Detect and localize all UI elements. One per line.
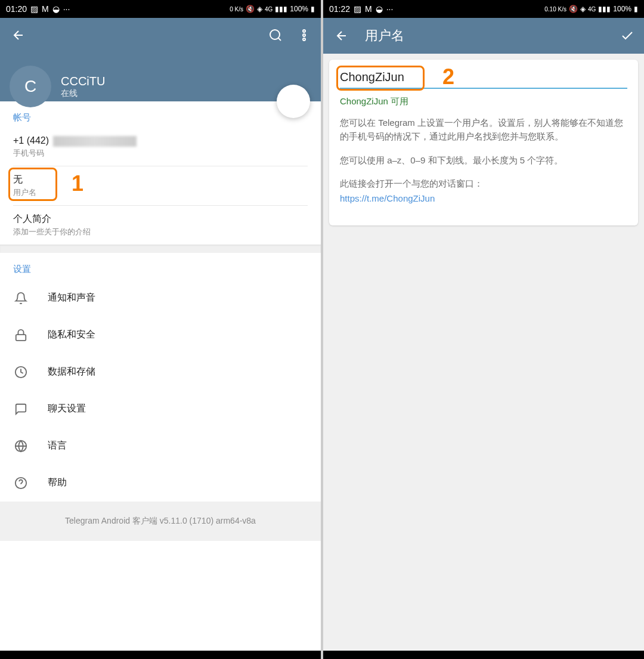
profile-name: CCCiTU: [61, 75, 105, 88]
more-icon: ···: [63, 4, 70, 14]
confirm-button[interactable]: [620, 29, 634, 43]
image-icon: ▨: [354, 4, 361, 14]
mute-icon: 🔇: [246, 5, 255, 13]
phone-value: +1 (442): [13, 135, 308, 147]
username-item[interactable]: 无 用户名 1: [0, 166, 321, 205]
section-gap: [0, 245, 321, 253]
battery-icon: ▮: [634, 5, 638, 13]
settings-notifications[interactable]: 通知和声音: [0, 280, 321, 317]
settings-section-label: 设置: [0, 253, 321, 280]
username-sub: 用户名: [13, 187, 308, 198]
username-status: ChongZiJun 可用: [340, 96, 627, 107]
nav-bar: [0, 651, 321, 659]
settings-privacy[interactable]: 隐私和安全: [0, 317, 321, 354]
help-text-3: 此链接会打开一个与您的对话窗口：: [340, 177, 627, 190]
username-card: 2 ChongZiJun 可用 您可以在 Telegram 上设置一个用户名。设…: [329, 60, 638, 225]
chat-icon: [13, 401, 29, 417]
signal-icon: 4G: [265, 6, 273, 13]
image-icon: ▨: [30, 4, 38, 14]
svg-point-0: [270, 30, 280, 39]
bell-icon: [13, 290, 29, 306]
phone-item[interactable]: +1 (442) 手机号码: [0, 128, 321, 166]
back-button[interactable]: [333, 27, 351, 45]
header-title: 用户名: [365, 27, 404, 45]
footer-text: Telegram Android 客户端 v5.11.0 (1710) arm6…: [0, 502, 321, 541]
status-bar: 01:20 ▨ M ◒ ··· 0 K/s 🔇 ◈ 4G ▮▮▮ 100% ▮: [0, 0, 321, 18]
battery-icon: ▮: [311, 5, 315, 13]
phone-sub: 手机号码: [13, 148, 308, 159]
data-icon: [13, 364, 29, 380]
signal-bars-icon: ▮▮▮: [598, 5, 611, 13]
chat-bubble-icon: ◒: [52, 4, 60, 14]
camera-button[interactable]: [277, 85, 310, 118]
phone-redacted: [53, 136, 137, 147]
speed-indicator: 0 K/s: [230, 6, 243, 13]
help-text-1: 您可以在 Telegram 上设置一个用户名。设置后，别人将能够在不知道您的手机…: [340, 116, 627, 144]
avatar[interactable]: C: [10, 66, 51, 107]
username-header: 用户名: [323, 18, 644, 54]
content-area: 帐号 +1 (442) 手机号码 无 用户名 1 个人简介 添加一些关于你的介绍…: [0, 101, 321, 651]
nav-bar: [323, 651, 644, 659]
svg-point-4: [291, 100, 296, 104]
username-link[interactable]: https://t.me/ChongZiJun: [340, 191, 627, 205]
mute-icon: 🔇: [569, 5, 578, 13]
right-screen: 01:22 ▨ M ◒ ··· 0.10 K/s 🔇 ◈ 4G ▮▮▮ 100%…: [323, 0, 644, 659]
more-icon: ···: [386, 4, 394, 14]
status-time: 01:20: [6, 4, 27, 14]
left-screen: 01:20 ▨ M ◒ ··· 0 K/s 🔇 ◈ 4G ▮▮▮ 100% ▮: [0, 0, 321, 659]
bio-sub: 添加一些关于你的介绍: [13, 227, 308, 237]
username-value: 无: [13, 174, 308, 186]
signal-icon: 4G: [588, 6, 596, 13]
globe-icon: [13, 438, 29, 454]
mail-icon: M: [42, 4, 49, 14]
svg-rect-5: [16, 335, 26, 341]
svg-point-1: [303, 30, 305, 32]
svg-point-2: [303, 34, 305, 36]
bio-label: 个人简介: [13, 213, 308, 225]
profile-header: C CCCiTU 在线: [0, 18, 321, 101]
svg-point-3: [303, 38, 305, 41]
right-body: 2 ChongZiJun 可用 您可以在 Telegram 上设置一个用户名。设…: [323, 54, 644, 651]
signal-bars-icon: ▮▮▮: [275, 5, 287, 13]
speed-indicator: 0.10 K/s: [544, 6, 566, 13]
chat-bubble-icon: ◒: [376, 4, 383, 14]
profile-status: 在线: [61, 88, 105, 99]
back-button[interactable]: [10, 26, 27, 44]
wifi-icon: ◈: [580, 5, 586, 13]
help-text-2: 您可以使用 a–z、0–9 和下划线。最小长度为 5 个字符。: [340, 153, 627, 167]
settings-data[interactable]: 数据和存储: [0, 354, 321, 391]
username-input-wrap: 2: [340, 70, 627, 89]
wifi-icon: ◈: [257, 5, 262, 13]
status-bar: 01:22 ▨ M ◒ ··· 0.10 K/s 🔇 ◈ 4G ▮▮▮ 100%…: [323, 0, 644, 18]
search-icon[interactable]: [268, 28, 283, 42]
battery-text: 100%: [290, 5, 308, 13]
status-time: 01:22: [329, 4, 350, 14]
mail-icon: M: [365, 4, 372, 14]
settings-chat[interactable]: 聊天设置: [0, 391, 321, 428]
battery-text: 100%: [613, 5, 631, 13]
more-vert-icon[interactable]: [297, 28, 311, 42]
settings-help[interactable]: 帮助: [0, 465, 321, 502]
lock-icon: [13, 327, 29, 343]
help-icon: [13, 475, 29, 491]
settings-language[interactable]: 语言: [0, 428, 321, 465]
username-input[interactable]: [340, 70, 627, 84]
bio-item[interactable]: 个人简介 添加一些关于你的介绍: [0, 206, 321, 245]
